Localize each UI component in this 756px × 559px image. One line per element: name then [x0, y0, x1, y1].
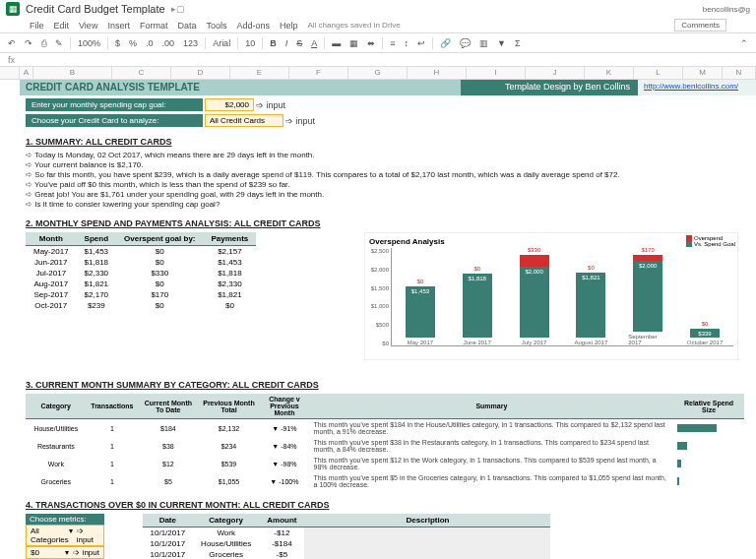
table-row: Aug-2017$1,821$0$2,330	[26, 279, 256, 289]
wrap-icon[interactable]: ↩	[415, 38, 427, 48]
align-icon[interactable]: ≡	[388, 38, 397, 48]
section3-head: 3. CURRENT MONTH SUMMARY BY CATEGORY: AL…	[26, 380, 756, 390]
dec-icon[interactable]: .0	[144, 38, 156, 48]
section4-head: 4. TRANSACTIONS OVER $0 IN CURRENT MONTH…	[26, 500, 756, 510]
doc-title[interactable]: Credit Card Budget Template	[26, 3, 165, 15]
category-table: Category Transactions Current Month To D…	[26, 394, 744, 490]
cap-value[interactable]: $2,000	[205, 98, 254, 111]
col-i[interactable]: I	[467, 67, 526, 79]
cap-label: Enter your monthly spending cap goal:	[26, 98, 203, 111]
menu-file[interactable]: File	[30, 21, 44, 31]
col-j[interactable]: J	[526, 67, 585, 79]
col-k[interactable]: K	[585, 67, 634, 79]
italic-icon[interactable]: I	[284, 38, 290, 48]
bullet: Great job! You are $1,761 under your spe…	[26, 190, 756, 199]
title-bar: ▦ Credit Card Budget Template ▸▢ bencoll…	[0, 0, 756, 18]
undo-icon[interactable]: ↶	[6, 38, 18, 48]
summary-bullets: Today is Monday, 02 Oct 2017, which mean…	[26, 151, 756, 209]
chart-bars: $0 $1,453 May 2017 $0 $1,818 June 2017 $…	[391, 248, 733, 346]
metric-amount[interactable]: $0▾➩ input	[26, 546, 104, 559]
font-select[interactable]: Arial	[211, 38, 232, 48]
col-n[interactable]: N	[723, 67, 756, 79]
formula-bar[interactable]: fx	[0, 53, 756, 67]
col-m[interactable]: M	[683, 67, 723, 79]
card-value[interactable]: All Credit Cards	[205, 114, 284, 127]
currency-icon[interactable]: $	[113, 38, 122, 48]
menu-format[interactable]: Format	[140, 21, 168, 31]
chart-legend: Overspend Vs. Spend Goal	[686, 235, 735, 247]
dec2-icon[interactable]: .00	[160, 38, 177, 48]
col-e[interactable]: E	[230, 67, 289, 79]
paint-icon[interactable]: ✎	[53, 38, 65, 48]
table-row: Jun-2017$1,818$0$1,453	[26, 257, 256, 268]
chart-title: Overspend Analysis	[369, 237, 733, 246]
table-row: May-2017$1,453$0$2,157	[26, 246, 256, 258]
bullet: Your current balance is $2,170.	[26, 160, 756, 169]
banner-link[interactable]: http://www.benlcollins.com/	[638, 80, 756, 95]
bullet: You've paid off $0 this month, which is …	[26, 180, 756, 189]
functions-icon[interactable]: Σ	[513, 38, 523, 48]
filter-icon[interactable]: ▼	[495, 38, 508, 48]
transactions-table: DateCategoryAmountDescription 10/1/2017W…	[143, 514, 551, 559]
menu-addons[interactable]: Add-ons	[236, 21, 270, 31]
column-headers: A B C D E F G H I J K L M N	[0, 67, 756, 80]
bullet: Today is Monday, 02 Oct 2017, which mean…	[26, 151, 756, 159]
col-l[interactable]: L	[634, 67, 683, 79]
banner: CREDIT CARD ANALYSIS TEMPLATE Template D…	[20, 80, 756, 95]
menu-view[interactable]: View	[79, 21, 97, 31]
table-row: 10/1/2017House/Utilities-$184	[143, 538, 551, 549]
col-d[interactable]: D	[171, 67, 230, 79]
percent-icon[interactable]: %	[127, 38, 139, 48]
sheets-logo-icon: ▦	[6, 2, 20, 16]
menu-edit[interactable]: Edit	[54, 21, 70, 31]
table-row: House/Utilities1$184$2,132▼ -91%This mon…	[26, 419, 744, 438]
bold-icon[interactable]: B	[268, 38, 279, 48]
card-label: Choose your Credit Card to analyze:	[26, 114, 203, 127]
menu-bar: File Edit View Insert Format Data Tools …	[0, 18, 756, 33]
strike-icon[interactable]: S	[294, 38, 304, 48]
valign-icon[interactable]: ↕	[402, 38, 410, 48]
link-icon[interactable]: 🔗	[438, 38, 453, 48]
col-h[interactable]: H	[408, 67, 467, 79]
card-arrow: ➩ input	[285, 116, 315, 126]
spreadsheet-grid[interactable]: A B C D E F G H I J K L M N CREDIT CARD …	[0, 67, 756, 559]
text-color-icon[interactable]: A	[309, 38, 319, 48]
table-row: Sep-2017$2,170$170$1,821	[26, 289, 256, 300]
col-b[interactable]: B	[33, 67, 112, 79]
banner-design: Template Design by Ben Collins	[461, 80, 638, 95]
menu-data[interactable]: Data	[177, 21, 196, 31]
print-icon[interactable]: ⎙	[39, 38, 48, 48]
cap-arrow: ➩ input	[256, 100, 285, 110]
chevron-up-icon[interactable]: ⌃	[738, 38, 750, 48]
table-row: Oct-2017$239$0$0	[26, 300, 256, 311]
borders-icon[interactable]: ▦	[347, 38, 360, 48]
folder-icon[interactable]: ▸▢	[171, 4, 185, 14]
user-email: bencollins@g	[703, 5, 750, 14]
chart-yaxis: $2,500$2,000$1,500$1,000$500$0	[369, 248, 391, 346]
section2-head: 2. MONTHLY SPEND AND PAYMENTS ANALYSIS: …	[26, 218, 756, 228]
save-status: All changes saved in Drive	[308, 21, 401, 30]
fill-icon[interactable]: ▬	[330, 38, 343, 48]
comments-button[interactable]: Comments	[674, 19, 726, 31]
comment-icon[interactable]: 💬	[458, 38, 472, 48]
fx-label: fx	[8, 55, 15, 65]
menu-help[interactable]: Help	[280, 21, 298, 31]
monthly-table: MonthSpendOverspent goal by:Payments May…	[26, 232, 256, 311]
table-row: 10/1/2017Work-$12	[143, 528, 551, 539]
col-c[interactable]: C	[112, 67, 171, 79]
metric-category[interactable]: All Categories▾➩ input	[26, 525, 104, 546]
table-row: Jul-2017$2,330$330$1,818	[26, 268, 256, 279]
menu-tools[interactable]: Tools	[206, 21, 226, 31]
num-format[interactable]: 123	[181, 38, 200, 48]
zoom-select[interactable]: 100%	[76, 38, 102, 48]
merge-icon[interactable]: ⬌	[365, 38, 377, 48]
redo-icon[interactable]: ↷	[23, 38, 34, 48]
metrics-box: Choose metrics: All Categories▾➩ input $…	[26, 514, 104, 559]
chart-icon[interactable]: ▥	[477, 38, 490, 48]
menu-insert[interactable]: Insert	[107, 21, 130, 31]
col-g[interactable]: G	[348, 67, 408, 79]
table-row: Groceries1$5$1,055▼ -100%This month you'…	[26, 472, 744, 490]
col-a[interactable]: A	[20, 67, 33, 79]
col-f[interactable]: F	[289, 67, 348, 79]
font-size[interactable]: 10	[243, 38, 257, 48]
